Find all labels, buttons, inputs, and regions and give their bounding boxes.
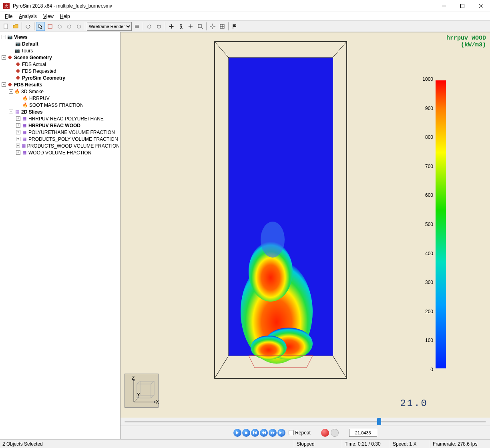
tree-label: HRRPUV REAC POLYURETHANE bbox=[28, 116, 104, 122]
tree-item-2d-slices[interactable]: −▦2D Slices bbox=[0, 108, 120, 115]
toolbar-separator bbox=[34, 22, 34, 30]
step-forward-button[interactable] bbox=[269, 429, 277, 437]
tree-label: PyroSim Geometry bbox=[22, 75, 65, 81]
record-button[interactable] bbox=[321, 429, 329, 437]
tree-item-views[interactable]: −📷Views bbox=[0, 34, 120, 40]
close-button[interactable] bbox=[472, 0, 490, 12]
render-mode-select[interactable]: Wireframe Render bbox=[87, 22, 132, 31]
cube-top-button[interactable] bbox=[74, 22, 83, 31]
zoom-box-tool[interactable] bbox=[196, 22, 205, 31]
menu-help[interactable]: Help bbox=[58, 13, 72, 20]
tree-item-tours[interactable]: 📷Tours bbox=[0, 47, 120, 54]
slice-icon: ▦ bbox=[14, 109, 20, 115]
menu-view[interactable]: View bbox=[41, 13, 56, 20]
expand-icon[interactable]: + bbox=[16, 137, 20, 141]
flag-tool[interactable] bbox=[230, 22, 239, 31]
tree-item-3d-smoke[interactable]: −🔥3D Smoke bbox=[0, 88, 120, 95]
tree-item-fds-requested[interactable]: ⬣FDS Requested bbox=[0, 68, 120, 74]
app-icon: 火 bbox=[3, 3, 10, 9]
isosurface-button[interactable] bbox=[145, 22, 154, 31]
svg-rect-14 bbox=[198, 24, 201, 28]
step-back-button[interactable] bbox=[260, 429, 268, 437]
menu-file[interactable]: File bbox=[2, 13, 15, 20]
slice-icon: ▦ bbox=[22, 150, 27, 156]
expand-icon[interactable]: + bbox=[16, 144, 20, 148]
grid-tool[interactable] bbox=[218, 22, 227, 31]
stop-record-button[interactable] bbox=[331, 429, 339, 437]
svg-line-29 bbox=[215, 356, 229, 378]
tree-item-fds-actual[interactable]: ⬣FDS Actual bbox=[0, 61, 120, 68]
target-tool[interactable] bbox=[208, 22, 217, 31]
tree-item-fds-results[interactable]: −⬣FDS Results bbox=[0, 81, 120, 88]
zoom-tool[interactable] bbox=[186, 22, 195, 31]
colorbar-tick: 700 bbox=[422, 164, 433, 169]
repeat-input[interactable] bbox=[289, 430, 294, 435]
svg-line-28 bbox=[333, 42, 347, 58]
camera-icon: 📷 bbox=[14, 48, 20, 54]
time-slider-thumb[interactable] bbox=[377, 418, 381, 425]
box-tool[interactable] bbox=[46, 22, 54, 31]
maximize-button[interactable] bbox=[453, 0, 472, 12]
target-icon bbox=[210, 24, 215, 29]
collapse-icon[interactable]: − bbox=[9, 89, 13, 94]
last-frame-button[interactable] bbox=[277, 429, 285, 437]
titlebar: 火 PyroSim 2018 x64 - multiple_fuels_burn… bbox=[0, 0, 490, 12]
cube-side-button[interactable] bbox=[65, 22, 74, 31]
tree-label: FDS Results bbox=[14, 82, 42, 88]
collapse-icon[interactable]: − bbox=[9, 110, 13, 114]
tree-item-soot[interactable]: 🔥SOOT MASS FRACTION bbox=[0, 102, 120, 108]
slice-icon: ▦ bbox=[22, 130, 27, 135]
person-icon bbox=[178, 24, 184, 29]
minimize-button[interactable] bbox=[435, 0, 453, 12]
tree-label: HRRPUV bbox=[29, 96, 50, 101]
collapse-icon[interactable]: − bbox=[2, 35, 6, 39]
navigation-tree[interactable]: −📷Views 📷Default 📷Tours −⬣Scene Geometry… bbox=[0, 32, 120, 439]
repeat-checkbox[interactable]: Repeat bbox=[289, 430, 311, 436]
open-button[interactable] bbox=[11, 22, 20, 31]
collapse-icon[interactable]: − bbox=[2, 82, 6, 87]
expand-icon[interactable]: + bbox=[16, 150, 20, 155]
scene-geometry bbox=[213, 40, 349, 380]
menu-analysis[interactable]: Analysis bbox=[16, 13, 39, 20]
play-button[interactable] bbox=[233, 429, 241, 437]
tree-item-default[interactable]: 📷Default bbox=[0, 40, 120, 47]
3d-view[interactable]: hrrpuv WOOD (kW/m3) 1000 900 800 700 600… bbox=[120, 32, 490, 418]
refresh-button[interactable] bbox=[24, 22, 32, 31]
mesh-button[interactable] bbox=[155, 22, 163, 31]
tree-item-slice-wood[interactable]: +▦HRRPUV REAC WOOD bbox=[0, 122, 120, 129]
last-icon bbox=[279, 431, 283, 434]
render-settings-button[interactable] bbox=[133, 22, 141, 31]
tree-label: PRODUCTS_POLY VOLUME FRACTION bbox=[28, 136, 118, 142]
tree-label: Scene Geometry bbox=[14, 55, 52, 60]
tree-item-slice-products-poly[interactable]: +▦PRODUCTS_POLY VOLUME FRACTION bbox=[0, 136, 120, 142]
stop-button[interactable] bbox=[242, 429, 250, 437]
tree-item-hrrpuv[interactable]: 🔥HRRPUV bbox=[0, 95, 120, 102]
first-frame-button[interactable] bbox=[251, 429, 259, 437]
select-tool[interactable] bbox=[36, 22, 45, 31]
status-selection: 2 Objects Selected bbox=[0, 440, 294, 448]
new-file-button[interactable] bbox=[2, 22, 10, 31]
slice-icon: ▦ bbox=[22, 116, 27, 122]
svg-rect-50 bbox=[245, 432, 247, 434]
svg-rect-1 bbox=[461, 4, 464, 8]
axis-icon: Z X Y bbox=[125, 374, 159, 408]
svg-line-15 bbox=[201, 28, 203, 29]
tree-item-slice-wood-vf[interactable]: +▦WOOD VOLUME FRACTION bbox=[0, 149, 120, 156]
slice-icon: ▦ bbox=[22, 123, 27, 128]
expand-icon[interactable]: + bbox=[16, 123, 20, 128]
axis-widget[interactable]: Z X Y bbox=[125, 374, 159, 408]
colorbar-variable: hrrpuv WOOD bbox=[414, 35, 486, 42]
collapse-icon[interactable]: − bbox=[2, 55, 6, 60]
tree-item-scene-geometry[interactable]: −⬣Scene Geometry bbox=[0, 54, 120, 61]
tree-item-slice-poly-vf[interactable]: +▦POLYURETHANE VOLUME FRACTION bbox=[0, 129, 120, 136]
cube-front-button[interactable] bbox=[55, 22, 64, 31]
time-slider-track[interactable] bbox=[125, 421, 486, 422]
tree-item-pyrosim-geometry[interactable]: ⬣PyroSim Geometry bbox=[0, 74, 120, 81]
move-tool[interactable] bbox=[167, 22, 176, 31]
tree-item-slice-products-wood[interactable]: +▦PRODUCTS_WOOD VOLUME FRACTION bbox=[0, 142, 120, 149]
expand-icon[interactable]: + bbox=[16, 130, 20, 134]
time-input[interactable] bbox=[349, 429, 377, 437]
walk-tool[interactable] bbox=[177, 22, 185, 31]
tree-item-slice-polyurethane[interactable]: +▦HRRPUV REAC POLYURETHANE bbox=[0, 115, 120, 122]
expand-icon[interactable]: + bbox=[16, 116, 20, 121]
